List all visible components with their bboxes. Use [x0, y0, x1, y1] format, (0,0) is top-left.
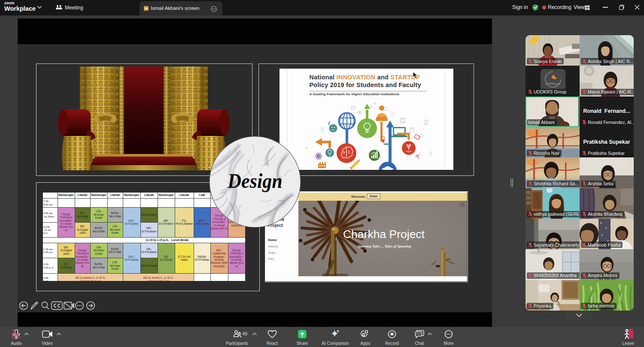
svg-text:UDDKRS group: UDDKRS group [546, 83, 560, 85]
svg-text:Spinning Tales ... Tales of Sp: Spinning Tales ... Tales of Spinning [357, 244, 411, 248]
svg-text:Design: Design [227, 169, 283, 192]
svg-text:Charkha Project: Charkha Project [343, 228, 425, 241]
